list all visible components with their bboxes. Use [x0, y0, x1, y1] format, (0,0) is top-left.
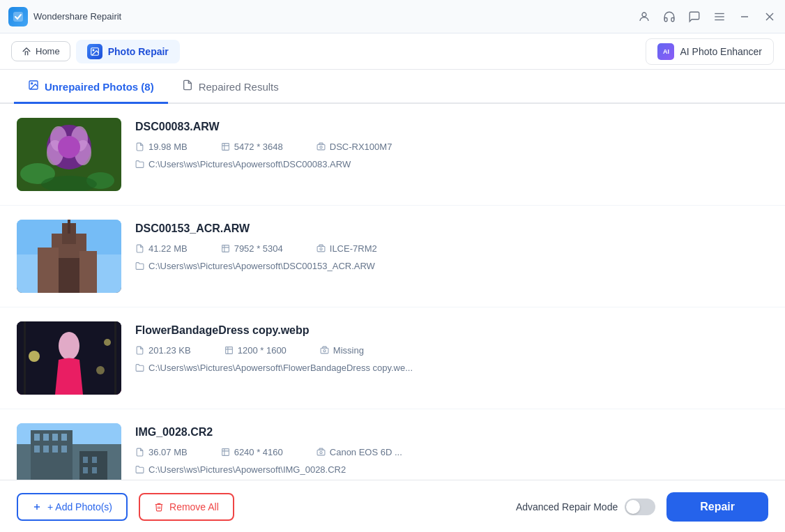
photo-info: DSC00153_ACR.ARW 41.22 MB 7952 * 5304 IL… [135, 220, 768, 271]
file-icon [135, 448, 144, 457]
title-bar: Wondershare Repairit [0, 0, 785, 33]
advanced-mode-label: Advanced Repair Mode [516, 501, 618, 512]
svg-rect-42 [24, 321, 26, 395]
svg-rect-45 [321, 348, 328, 354]
svg-rect-44 [225, 347, 232, 354]
photo-item: FlowerBandageDress copy.webp 201.23 KB 1… [0, 307, 785, 409]
advanced-mode-toggle[interactable] [625, 499, 655, 515]
photo-camera: DSC-RX100M7 [317, 142, 392, 152]
photo-list: DSC00083.ARW 19.98 MB 5472 * 3648 DSC-RX… [0, 104, 785, 480]
repair-label: Repair [700, 501, 735, 512]
photo-thumbnail [17, 321, 121, 395]
photo-thumbnail [17, 118, 121, 191]
photo-name: DSC00153_ACR.ARW [135, 222, 768, 235]
svg-point-46 [323, 349, 326, 351]
photo-dimensions: 6240 * 4160 [221, 447, 283, 457]
camera-icon [317, 142, 326, 151]
svg-rect-51 [43, 434, 49, 441]
nav-bar: Home Photo Repair AI AI Photo Enhancer [0, 33, 785, 70]
svg-rect-61 [83, 467, 88, 473]
nav-right: AI AI Photo Enhancer [646, 38, 774, 65]
photo-meta-row: 201.23 KB 1200 * 1600 Missing [135, 345, 768, 356]
svg-point-18 [58, 136, 80, 158]
photo-path: C:\Users\ws\Pictures\Apowersoft\DSC00083… [135, 159, 768, 169]
svg-rect-29 [68, 220, 70, 234]
svg-rect-56 [52, 446, 58, 453]
photo-info: DSC00083.ARW 19.98 MB 5472 * 3648 DSC-RX… [135, 118, 768, 169]
photo-name: DSC00083.ARW [135, 121, 768, 133]
camera-icon [320, 346, 329, 355]
plus-icon [32, 502, 42, 512]
home-label: Home [36, 46, 60, 56]
app-icon [8, 7, 28, 26]
repair-button[interactable]: Repair [666, 492, 768, 522]
add-photo-label: + Add Photo(s) [47, 501, 112, 512]
file-icon [135, 244, 144, 253]
photo-dimensions: 1200 * 1600 [224, 345, 287, 356]
photo-repair-nav-item[interactable]: Photo Repair [76, 40, 180, 63]
tab-unrepaired[interactable]: Unrepaired Photos (8) [14, 70, 168, 104]
photo-dimensions: 7952 * 5304 [221, 243, 283, 254]
camera-icon [317, 244, 326, 253]
svg-point-39 [29, 351, 40, 362]
tabs-bar: Unrepaired Photos (8) Repaired Results [0, 70, 785, 104]
svg-rect-62 [92, 467, 97, 473]
chat-icon[interactable] [687, 10, 701, 24]
folder-icon [135, 465, 144, 474]
photo-info: FlowerBandageDress copy.webp 201.23 KB 1… [135, 321, 768, 373]
person-icon[interactable] [637, 10, 651, 24]
dimensions-icon [221, 244, 230, 253]
close-button[interactable] [763, 10, 777, 24]
remove-all-label: Remove All [169, 501, 219, 512]
camera-icon [317, 448, 326, 457]
svg-rect-31 [38, 248, 59, 293]
svg-rect-64 [317, 450, 325, 455]
svg-rect-57 [61, 446, 67, 453]
tab-repaired-label: Repaired Results [199, 81, 279, 93]
repaired-tab-icon [182, 79, 193, 93]
svg-point-40 [104, 339, 111, 346]
photo-size: 41.22 MB [135, 243, 188, 254]
ai-enhancer-button[interactable]: AI AI Photo Enhancer [646, 38, 774, 65]
svg-point-11 [31, 83, 33, 84]
home-nav-item[interactable]: Home [11, 41, 70, 61]
dimensions-icon [224, 346, 234, 355]
headphones-icon[interactable] [662, 10, 676, 24]
svg-rect-23 [317, 144, 325, 150]
folder-icon [135, 160, 144, 169]
photo-item: IMG_0028.CR2 36.07 MB 6240 * 4160 Canon … [0, 409, 785, 480]
photo-dimensions: 5472 * 3648 [221, 142, 283, 152]
svg-point-24 [320, 146, 322, 148]
add-photo-button[interactable]: + Add Photo(s) [17, 493, 128, 521]
svg-rect-54 [34, 446, 40, 453]
photo-repair-label: Photo Repair [108, 46, 169, 57]
photo-path: C:\Users\ws\Pictures\Apowersoft\IMG_0028… [135, 464, 768, 475]
photo-thumbnail [17, 220, 121, 293]
svg-rect-22 [222, 144, 229, 151]
menu-icon[interactable] [712, 10, 726, 24]
title-bar-left: Wondershare Repairit [8, 7, 637, 26]
photo-path: C:\Users\ws\Pictures\Apowersoft\FlowerBa… [135, 363, 768, 373]
svg-point-1 [642, 13, 646, 17]
advanced-repair-mode: Advanced Repair Mode [516, 499, 655, 515]
minimize-button[interactable] [738, 10, 752, 24]
bottom-bar: + Add Photo(s) Remove All Advanced Repai… [0, 480, 785, 532]
title-bar-icons [637, 10, 777, 24]
photo-size: 19.98 MB [135, 142, 188, 152]
svg-rect-58 [79, 451, 107, 480]
svg-rect-63 [222, 449, 229, 456]
photo-info: IMG_0028.CR2 36.07 MB 6240 * 4160 Canon … [135, 423, 768, 475]
ai-enhancer-label: AI Photo Enhancer [680, 46, 762, 57]
home-icon [22, 47, 31, 56]
remove-all-button[interactable]: Remove All [139, 493, 234, 521]
svg-point-35 [320, 248, 322, 250]
photo-meta-row: 41.22 MB 7952 * 5304 ILCE-7RM2 [135, 243, 768, 254]
photo-meta-row: 36.07 MB 6240 * 4160 Canon EOS 6D ... [135, 447, 768, 457]
photo-repair-icon [87, 44, 102, 59]
unrepaired-tab-icon [28, 79, 39, 93]
svg-point-41 [96, 366, 105, 374]
photo-name: IMG_0028.CR2 [135, 426, 768, 439]
svg-rect-50 [34, 434, 40, 441]
tab-repaired[interactable]: Repaired Results [168, 70, 293, 104]
photo-camera: ILCE-7RM2 [317, 243, 377, 254]
